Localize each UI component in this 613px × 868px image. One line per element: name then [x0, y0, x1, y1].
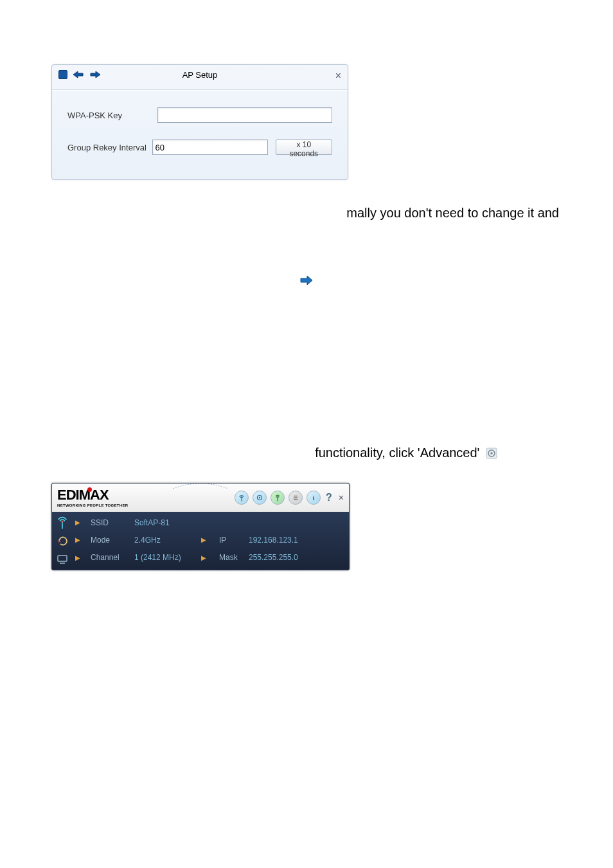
refresh-icon[interactable]	[55, 534, 69, 548]
advanced-gear-icon	[486, 445, 497, 465]
access-point-icon[interactable]	[271, 491, 285, 505]
wpa-psk-input[interactable]	[157, 107, 332, 123]
edimax-info-grid: ▶ SSID SoftAP-81 ▶ Mode 2.4GHz ▶ IP 192.…	[73, 512, 349, 570]
rekey-unit-button[interactable]: x 10 seconds	[276, 140, 332, 155]
radio-icon[interactable]	[235, 491, 249, 505]
mask-label: Mask	[219, 553, 246, 562]
close-icon[interactable]: ×	[335, 70, 341, 82]
ip-label: IP	[219, 536, 246, 545]
wpa-psk-label: WPA-PSK Key	[67, 111, 157, 120]
gear-icon[interactable]	[253, 491, 267, 505]
group-rekey-label: Group Rekey Interval	[67, 143, 152, 152]
handle-icon[interactable]	[172, 483, 229, 489]
help-icon[interactable]: ?	[326, 492, 332, 503]
ip-value: 192.168.123.1	[249, 536, 344, 545]
svg-point-5	[490, 452, 493, 455]
edimax-titlebar: EDIMAX NETWORKING PEOPLE TOGETHER	[52, 484, 349, 512]
edimax-tagline: NETWORKING PEOPLE TOGETHER	[57, 503, 128, 507]
antenna-icon[interactable]	[55, 516, 69, 530]
bullet-icon: ▶	[75, 554, 88, 561]
ssid-value: SoftAP-81	[134, 518, 199, 527]
ssid-label: SSID	[91, 518, 132, 527]
mode-value: 2.4GHz	[134, 536, 199, 545]
svg-point-11	[61, 520, 63, 522]
ap-setup-window: AP Setup × WPA-PSK Key Group Rekey Inter…	[51, 64, 348, 180]
group-rekey-input[interactable]	[152, 140, 268, 155]
bullet-icon: ▶	[201, 536, 217, 543]
svg-marker-12	[58, 540, 61, 543]
bullet-icon: ▶	[75, 519, 88, 526]
info-icon[interactable]: i	[306, 491, 321, 505]
svg-rect-13	[58, 556, 67, 561]
mode-label: Mode	[91, 536, 132, 545]
text-fragment-advanced: functionality, click 'Advanced'	[51, 443, 562, 465]
channel-label: Channel	[91, 553, 132, 562]
desktop-icon[interactable]	[55, 552, 69, 566]
edimax-window: EDIMAX NETWORKING PEOPLE TOGETHER	[51, 483, 350, 570]
mask-value: 255.255.255.0	[249, 553, 344, 562]
text-fragment-normally: mally you don't need to change it and	[51, 203, 562, 223]
ap-setup-titlebar: AP Setup ×	[52, 65, 348, 90]
svg-marker-2	[301, 276, 312, 285]
ap-setup-title: AP Setup	[52, 70, 348, 80]
advanced-text: functionality, click 'Advanced'	[315, 446, 479, 460]
edimax-sidebar	[52, 512, 73, 570]
list-icon[interactable]	[289, 491, 303, 505]
edimax-brand: EDIMAX	[57, 488, 128, 502]
bullet-icon: ▶	[201, 554, 217, 561]
channel-value: 1 (2412 MHz)	[134, 553, 199, 562]
edimax-logo: EDIMAX NETWORKING PEOPLE TOGETHER	[57, 488, 128, 507]
forward-arrow-icon	[299, 275, 314, 289]
close-icon[interactable]: ×	[339, 493, 344, 503]
svg-point-7	[259, 497, 260, 498]
bullet-icon: ▶	[75, 536, 88, 543]
